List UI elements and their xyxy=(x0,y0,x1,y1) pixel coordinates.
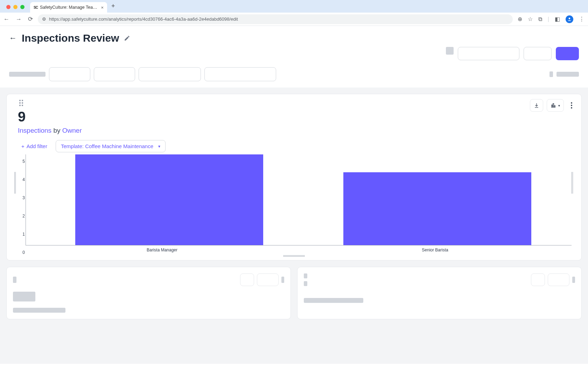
card-action-button[interactable] xyxy=(548,273,569,286)
card-filter-line: + Add filter Template: Coffee Machine Ma… xyxy=(18,140,575,152)
placeholder-metric xyxy=(13,292,35,301)
bar[interactable] xyxy=(75,154,263,245)
plus-icon: + xyxy=(21,143,24,149)
bar[interactable] xyxy=(343,172,531,245)
header-toolbar xyxy=(0,47,588,64)
site-settings-icon[interactable]: ⚙ xyxy=(42,16,46,22)
window-zoom-icon[interactable] xyxy=(20,5,24,9)
edit-title-icon[interactable] xyxy=(124,35,130,41)
placeholder-icon xyxy=(304,273,307,278)
x-axis-labels: Barista ManagerSenior Barista xyxy=(26,245,572,252)
nav-forward-icon[interactable]: → xyxy=(16,16,22,23)
filter-pill-3[interactable] xyxy=(139,67,201,81)
chart-type-button[interactable]: ▾ xyxy=(547,99,564,112)
report-canvas: ▾ 9 Inspections by Owner + Add filter Te… xyxy=(0,88,588,364)
filter-pill-2[interactable] xyxy=(94,67,135,81)
extensions-icon[interactable]: ⧉ xyxy=(538,16,542,22)
nav-buttons: ← → ⟳ xyxy=(4,15,33,23)
bar-chart-icon xyxy=(551,103,556,108)
placeholder-icon xyxy=(572,277,575,283)
window-minimize-icon[interactable] xyxy=(13,5,18,9)
chevron-down-icon: ▾ xyxy=(158,144,160,149)
browser-tab[interactable]: SC SafetyCulture: Manage Teams and... × xyxy=(30,2,107,13)
download-icon xyxy=(534,103,539,108)
card-actions: ▾ xyxy=(530,99,576,112)
card-action-button[interactable] xyxy=(240,273,254,286)
placeholder-icon xyxy=(281,277,284,283)
page-header: ← Inspections Review xyxy=(0,26,588,47)
y-tick-label: 5 xyxy=(16,159,25,164)
y-tick-label: 1 xyxy=(16,232,25,237)
card-action-button[interactable] xyxy=(257,273,279,286)
filter-right-label-placeholder xyxy=(556,72,579,77)
toolbar-primary-button[interactable] xyxy=(556,47,579,60)
browser-address-bar: ← → ⟳ ⚙ https://app.safetyculture.com/an… xyxy=(0,13,588,26)
bar-slot xyxy=(35,154,303,245)
y-axis-ticks: 012345 xyxy=(16,154,26,252)
toolbar-placeholder-icon xyxy=(446,47,454,55)
y-tick-label: 4 xyxy=(16,177,25,182)
svg-rect-2 xyxy=(553,104,554,107)
chevron-down-icon: ▾ xyxy=(558,104,560,107)
tab-favicon: SC xyxy=(34,6,38,9)
filter-pill-1[interactable] xyxy=(49,67,90,81)
bars-container xyxy=(35,154,572,245)
add-filter-label: Add filter xyxy=(27,143,47,149)
filter-label-placeholder xyxy=(9,72,46,77)
svg-rect-3 xyxy=(554,106,555,107)
resize-handle-right[interactable] xyxy=(572,172,574,194)
template-filter-label: Template: Coffee Machine Maintenance xyxy=(61,143,153,149)
profile-avatar-icon[interactable] xyxy=(566,15,573,23)
metric-subtitle: Inspections by Owner xyxy=(18,127,575,134)
placeholder-text xyxy=(304,298,363,303)
bar-slot xyxy=(303,154,572,245)
svg-rect-1 xyxy=(552,105,553,107)
y-tick-label: 2 xyxy=(16,214,25,218)
placeholder-card-right xyxy=(297,267,582,319)
filter-pill-4[interactable] xyxy=(204,67,276,81)
metric-link-owner[interactable]: Owner xyxy=(62,127,82,134)
side-panel-icon[interactable]: ◧ xyxy=(555,16,560,22)
card-menu-icon[interactable] xyxy=(567,102,576,109)
bookmark-star-icon[interactable]: ☆ xyxy=(528,16,533,22)
metric-joiner: by xyxy=(51,127,62,134)
chart-card: ▾ 9 Inspections by Owner + Add filter Te… xyxy=(6,94,582,261)
zoom-icon[interactable]: ⊕ xyxy=(518,16,522,22)
global-filter-bar xyxy=(0,64,588,88)
placeholder-card-left xyxy=(6,267,291,319)
chart-area: 012345 Barista ManagerSenior Barista xyxy=(16,154,572,252)
url-text: https://app.safetyculture.com/analytics/… xyxy=(49,16,238,22)
download-button[interactable] xyxy=(530,99,543,112)
nav-reload-icon[interactable]: ⟳ xyxy=(28,15,33,23)
window-close-icon[interactable] xyxy=(6,5,10,9)
card-action-button[interactable] xyxy=(531,273,545,286)
tab-close-icon[interactable]: × xyxy=(101,5,104,10)
browser-menu-icon[interactable]: ⋮ xyxy=(579,16,584,22)
metric-value: 9 xyxy=(18,109,575,125)
svg-point-0 xyxy=(569,18,570,19)
nav-back-icon[interactable]: ← xyxy=(4,16,9,23)
placeholder-text xyxy=(13,308,65,313)
resize-handle-bottom[interactable] xyxy=(283,255,305,257)
browser-action-icons: ⊕ ☆ ⧉ | ◧ ⋮ xyxy=(518,15,584,23)
placeholder-icon xyxy=(304,281,307,286)
y-tick-label: 3 xyxy=(16,195,25,200)
new-tab-button[interactable]: + xyxy=(107,2,119,13)
window-controls xyxy=(3,5,28,13)
browser-tab-strip: SC SafetyCulture: Manage Teams and... × … xyxy=(0,0,588,13)
tab-title: SafetyCulture: Manage Teams and... xyxy=(40,5,99,10)
add-filter-button[interactable]: + Add filter xyxy=(18,140,51,152)
metric-link-inspections[interactable]: Inspections xyxy=(18,127,51,134)
chart-plot xyxy=(26,154,572,245)
lower-cards-row xyxy=(6,267,582,319)
x-tick-label: Senior Barista xyxy=(299,245,572,252)
template-filter-chip[interactable]: Template: Coffee Machine Maintenance ▾ xyxy=(56,140,166,152)
drag-handle-icon[interactable] xyxy=(19,100,23,106)
toolbar-button-2[interactable] xyxy=(524,47,552,60)
url-field[interactable]: ⚙ https://app.safetyculture.com/analytic… xyxy=(38,14,513,24)
placeholder-icon xyxy=(13,277,16,283)
toolbar-button-1[interactable] xyxy=(458,47,519,60)
back-arrow-icon[interactable]: ← xyxy=(9,34,17,43)
page-title: Inspections Review xyxy=(22,32,119,44)
filter-right-icon xyxy=(550,71,553,77)
